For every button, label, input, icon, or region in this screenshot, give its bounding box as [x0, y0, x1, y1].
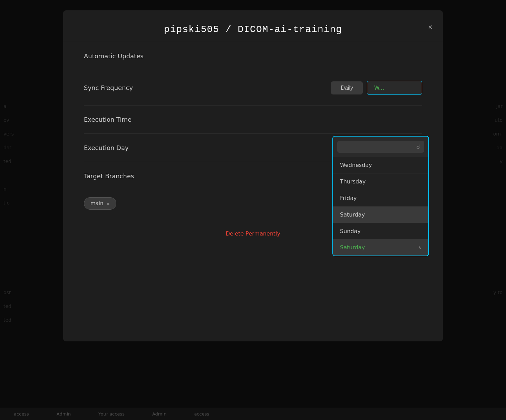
- execution-day-dropdown-panel: ☌ WednesdayThursdayFridaySaturdaySunday …: [332, 136, 429, 256]
- modal-header: pipski505 / DICOM-ai-training ×: [63, 10, 443, 42]
- modal-title: pipski505 / DICOM-ai-training: [164, 24, 342, 35]
- execution-day-dropdown-trigger[interactable]: W...: [367, 81, 422, 95]
- dropdown-trigger-label: W...: [374, 84, 384, 91]
- sync-frequency-label: Sync Frequency: [84, 84, 133, 91]
- dropdown-search-input-wrapper: ☌: [337, 141, 424, 153]
- modal: pipski505 / DICOM-ai-training × Automati…: [63, 10, 443, 341]
- dropdown-item-friday[interactable]: Friday: [333, 190, 428, 207]
- dropdown-search-input[interactable]: [341, 144, 413, 150]
- execution-time-label: Execution Time: [84, 116, 132, 123]
- status-item-1: access: [14, 411, 29, 417]
- daily-button[interactable]: Daily: [331, 81, 363, 94]
- automatic-updates-label: Automatic Updates: [84, 52, 144, 60]
- status-item-4: Admin: [152, 411, 166, 417]
- status-bar: access Admin Your access Admin access: [0, 408, 506, 420]
- status-item-2: Admin: [57, 411, 71, 417]
- main-branch-tag[interactable]: main ×: [84, 197, 116, 210]
- dropdown-item-sunday[interactable]: Sunday: [333, 223, 428, 239]
- branch-tag-label: main: [90, 200, 103, 207]
- close-button[interactable]: ×: [428, 23, 432, 31]
- dropdown-item-thursday[interactable]: Thursday: [333, 173, 428, 190]
- status-item-3: Your access: [98, 411, 125, 417]
- execution-day-label: Execution Day: [84, 144, 129, 151]
- dropdown-selected-row[interactable]: Saturday ∧: [333, 239, 428, 256]
- sync-frequency-control: Daily W... ☌ WednesdayThursdayFridaySatu…: [331, 81, 422, 95]
- sync-frequency-row: Sync Frequency Daily W... ☌: [84, 70, 422, 106]
- status-item-5: access: [194, 411, 209, 417]
- dropdown-search-area: ☌: [333, 137, 428, 157]
- chevron-up-icon: ∧: [418, 245, 421, 250]
- target-branches-label: Target Branches: [84, 172, 134, 180]
- branch-tag-remove-icon[interactable]: ×: [106, 201, 110, 206]
- dropdown-item-wednesday[interactable]: Wednesday: [333, 157, 428, 173]
- dropdown-selected-value: Saturday: [340, 244, 365, 251]
- search-icon: ☌: [416, 143, 420, 150]
- execution-time-row: Execution Time: [84, 106, 422, 134]
- form-body: Automatic Updates Sync Frequency Daily W…: [63, 42, 443, 237]
- dropdown-list: WednesdayThursdayFridaySaturdaySunday: [333, 157, 428, 239]
- dropdown-item-saturday[interactable]: Saturday: [333, 207, 428, 223]
- automatic-updates-row: Automatic Updates: [84, 42, 422, 70]
